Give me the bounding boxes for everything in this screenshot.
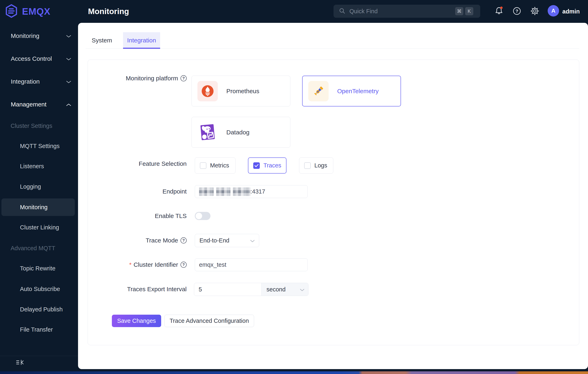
help-circle-icon[interactable]: ? xyxy=(180,262,187,268)
platform-card-datadog[interactable]: Datadog xyxy=(191,117,290,148)
username[interactable]: admin xyxy=(562,0,580,23)
chevron-down-icon xyxy=(66,55,71,62)
sidebar-item-monitoring-sub[interactable]: Monitoring xyxy=(0,201,78,213)
interval-value-input[interactable]: 5 xyxy=(194,283,262,296)
checkbox-unchecked xyxy=(200,162,206,169)
collapse-sidebar-icon xyxy=(16,359,24,366)
cluster-identifier-input[interactable] xyxy=(195,258,308,271)
interval-unit-select[interactable]: second xyxy=(262,283,308,296)
feature-checkbox-logs[interactable]: Logs xyxy=(299,157,333,174)
app-header: EMQX Monitoring Quick Find ⌘ K ? xyxy=(0,0,588,23)
traces-export-interval-label: Traces Export Interval xyxy=(88,286,187,293)
sidebar-item-listeners[interactable]: Listeners xyxy=(0,160,78,172)
opentelemetry-icon xyxy=(308,81,329,101)
chevron-up-icon xyxy=(66,101,71,108)
sidebar-item-file-transfer[interactable]: File Transfer xyxy=(0,323,78,336)
tab-bar: System Integration xyxy=(85,32,579,49)
trace-mode-label: Trace Mode ? xyxy=(88,237,187,244)
search-placeholder: Quick Find xyxy=(349,8,453,15)
tab-system[interactable]: System xyxy=(91,32,113,49)
endpoint-input[interactable]: :4317 xyxy=(195,185,308,198)
search-icon xyxy=(339,8,345,15)
platform-card-opentelemetry[interactable]: OpenTelemetry xyxy=(302,76,401,106)
required-asterisk: * xyxy=(129,261,132,268)
brand-logo[interactable]: EMQX xyxy=(4,4,50,19)
platform-card-prometheus[interactable]: Prometheus xyxy=(191,76,290,106)
page-title: Monitoring xyxy=(88,0,129,23)
help-icon[interactable]: ? xyxy=(512,6,522,16)
sidebar-item-mqtt-settings[interactable]: MQTT Settings xyxy=(0,140,78,152)
sidebar: Monitoring Access Control Integration Ma… xyxy=(0,23,78,371)
sidebar-section-advanced-mqtt: Advanced MQTT xyxy=(10,242,72,254)
trace-advanced-configuration-button[interactable]: Trace Advanced Configuration xyxy=(164,315,254,327)
chevron-down-icon xyxy=(250,237,255,244)
settings-gear-icon[interactable] xyxy=(530,6,540,16)
sidebar-collapse-button[interactable] xyxy=(0,356,78,369)
sidebar-item-access-control[interactable]: Access Control xyxy=(0,53,78,65)
kbd-cmd: ⌘ xyxy=(455,7,463,15)
redacted-endpoint-host xyxy=(233,187,250,196)
svg-text:?: ? xyxy=(515,9,518,14)
notification-dot xyxy=(500,7,503,9)
brand-name: EMQX xyxy=(22,6,50,17)
notifications-bell-icon[interactable] xyxy=(494,6,504,16)
sidebar-section-cluster-settings: Cluster Settings xyxy=(10,120,72,132)
feature-selection-label: Feature Selection xyxy=(88,160,187,167)
kbd-k: K xyxy=(465,7,473,15)
emqx-hexagon-icon xyxy=(4,4,18,19)
chevron-down-icon xyxy=(66,33,71,39)
traces-export-interval-group: 5 second xyxy=(194,283,308,296)
monitoring-platform-label: Monitoring platform ? xyxy=(88,75,187,82)
endpoint-label: Endpoint xyxy=(88,188,187,195)
enable-tls-label: Enable TLS xyxy=(88,212,187,220)
help-circle-icon[interactable]: ? xyxy=(180,75,187,81)
trace-mode-select[interactable]: End-to-End xyxy=(195,234,259,247)
tab-integration[interactable]: Integration xyxy=(123,32,160,49)
sidebar-item-logging[interactable]: Logging xyxy=(0,180,78,193)
integration-settings-card: Monitoring platform ? Prometheus xyxy=(88,60,579,345)
avatar[interactable]: A xyxy=(548,5,559,17)
sidebar-item-cluster-linking[interactable]: Cluster Linking xyxy=(0,221,78,233)
redacted-endpoint-host xyxy=(199,187,214,196)
checkbox-checked xyxy=(253,162,260,169)
main-content-panel: System Integration Monitoring platform ?… xyxy=(78,23,588,369)
chevron-down-icon xyxy=(66,78,71,85)
sidebar-item-auto-subscribe[interactable]: Auto Subscribe xyxy=(0,283,78,295)
save-changes-button[interactable]: Save Changes xyxy=(112,315,161,327)
cluster-identifier-label: * Cluster Identifier ? xyxy=(88,261,187,268)
redacted-endpoint-host xyxy=(216,187,231,196)
sidebar-item-management[interactable]: Management xyxy=(0,98,78,110)
prometheus-icon xyxy=(198,81,218,101)
checkbox-unchecked xyxy=(304,162,311,169)
sidebar-item-integration[interactable]: Integration xyxy=(0,76,78,88)
feature-checkbox-traces[interactable]: Traces xyxy=(248,157,286,174)
sidebar-item-monitoring[interactable]: Monitoring xyxy=(0,30,78,42)
enable-tls-toggle[interactable] xyxy=(195,212,210,220)
sidebar-item-delayed-publish[interactable]: Delayed Publish xyxy=(0,303,78,316)
sidebar-item-topic-rewrite[interactable]: Topic Rewrite xyxy=(0,262,78,275)
quick-find-search[interactable]: Quick Find ⌘ K xyxy=(334,5,480,18)
help-circle-icon[interactable]: ? xyxy=(180,237,187,243)
desktop-wallpaper-strip xyxy=(0,371,588,374)
datadog-icon xyxy=(198,122,218,143)
toggle-knob xyxy=(196,213,202,219)
chevron-down-icon xyxy=(300,286,304,293)
feature-checkbox-metrics[interactable]: Metrics xyxy=(195,157,236,174)
